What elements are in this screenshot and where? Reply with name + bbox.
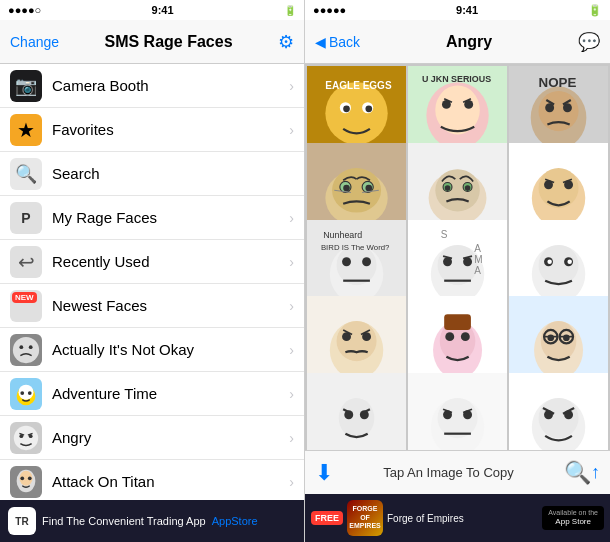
svg-point-44 [343, 185, 350, 192]
back-button[interactable]: ◀ Back [315, 34, 360, 50]
svg-point-5 [20, 391, 24, 395]
chevron-icon: › [289, 122, 294, 138]
svg-point-41 [332, 168, 381, 213]
svg-point-62 [342, 257, 351, 266]
svg-point-100 [563, 335, 570, 342]
app-store-label: App Store [555, 517, 591, 527]
battery-right: 🔋 [588, 4, 602, 17]
meme-grid: EAGLE EGGS U JKN SERIOUS [305, 64, 610, 450]
angry-icon [10, 422, 42, 454]
svg-text:BIRD IS The Word?: BIRD IS The Word? [321, 242, 390, 251]
menu-item-actually-not-okay[interactable]: Actually It's Not Okay › [0, 328, 304, 372]
menu-item-newest-faces[interactable]: NEW Newest Faces › [0, 284, 304, 328]
angry-label: Angry [52, 429, 289, 446]
svg-point-83 [567, 259, 571, 263]
available-on-label: Available on the [548, 508, 598, 517]
svg-text:S: S [441, 229, 448, 240]
gear-icon[interactable]: ⚙ [278, 31, 294, 53]
attack-on-titan-label: Attack On Titan [52, 473, 289, 490]
bottom-toolbar: ⬇ Tap An Image To Copy 🔍 ↑ [305, 450, 610, 494]
chevron-icon: › [289, 210, 294, 226]
meme-rage-face[interactable] [509, 373, 608, 450]
svg-point-24 [341, 120, 372, 138]
my-rage-icon: P [10, 202, 42, 234]
menu-item-camera-booth[interactable]: 📷 Camera Booth › [0, 64, 304, 108]
svg-point-82 [547, 259, 551, 263]
chevron-icon: › [289, 430, 294, 446]
back-arrow-icon: ◀ [315, 34, 326, 50]
back-label: Back [329, 34, 360, 50]
right-nav-title: Angry [446, 33, 492, 51]
ad-icon-left: TR [8, 507, 36, 535]
change-button[interactable]: Change [10, 34, 59, 50]
svg-text:Nunheard: Nunheard [323, 230, 362, 240]
menu-item-search[interactable]: 🔍 Search [0, 152, 304, 196]
svg-text:NOPE: NOPE [538, 75, 576, 90]
newest-icon: NEW [10, 290, 42, 322]
left-ad-banner[interactable]: TR Find The Convenient Trading App AppSt… [0, 500, 304, 542]
chevron-icon: › [289, 78, 294, 94]
adventure-time-label: Adventure Time [52, 385, 289, 402]
right-ad-banner[interactable]: FREE FORGE OF EMPIRES Forge of Empires A… [305, 494, 610, 542]
time-left: 9:41 [152, 4, 174, 16]
chevron-icon: › [289, 342, 294, 358]
nav-bar-left: Change SMS Rage Faces ⚙ [0, 20, 304, 64]
appstore-badge[interactable]: Available on the App Store [542, 506, 604, 529]
left-nav-title: SMS Rage Faces [104, 33, 232, 51]
chevron-icon: › [289, 474, 294, 490]
new-badge: NEW [12, 292, 37, 303]
menu-item-attack-on-titan[interactable]: Attack On Titan › [0, 460, 304, 500]
game-name: FORGE OF EMPIRES [347, 505, 383, 530]
svg-point-23 [365, 105, 372, 112]
chevron-icon: › [289, 386, 294, 402]
svg-text:A: A [474, 242, 481, 253]
appstore-link-left[interactable]: AppStore [212, 515, 258, 527]
nav-bar-right: ◀ Back Angry 💬 [305, 20, 610, 64]
menu-item-recently-used[interactable]: ↩ Recently Used › [0, 240, 304, 284]
svg-point-49 [435, 169, 480, 211]
signal-left: ●●●●○ [8, 4, 41, 16]
menu-item-my-rage-faces[interactable]: P My Rage Faces › [0, 196, 304, 240]
tap-to-copy-text: Tap An Image To Copy [333, 465, 564, 480]
menu-item-favorites[interactable]: ★ Favorites › [0, 108, 304, 152]
camera-booth-label: Camera Booth [52, 77, 289, 94]
adventure-icon [10, 378, 42, 410]
svg-text:U JKN SERIOUS: U JKN SERIOUS [422, 74, 491, 84]
search-icon: 🔍 [10, 158, 42, 190]
not-okay-icon [10, 334, 42, 366]
status-bar-right: ●●●●● 9:41 🔋 [305, 0, 610, 20]
svg-point-34 [538, 91, 578, 131]
svg-point-0 [13, 336, 39, 362]
titan-icon [10, 466, 42, 498]
message-icon[interactable]: 💬 [578, 31, 600, 53]
svg-text:EAGLE EGGS: EAGLE EGGS [325, 80, 392, 91]
menu-item-angry[interactable]: Angry › [0, 416, 304, 460]
battery-left: 🔋 [284, 5, 296, 16]
actually-not-okay-label: Actually It's Not Okay [52, 341, 289, 358]
svg-point-85 [336, 321, 376, 361]
star-icon: ★ [10, 114, 42, 146]
free-badge: FREE [311, 511, 343, 525]
camera-icon: 📷 [10, 70, 42, 102]
forge-empires-logo: FORGE OF EMPIRES [347, 500, 383, 536]
svg-point-2 [29, 345, 33, 349]
svg-point-55 [538, 168, 578, 208]
chevron-icon: › [289, 254, 294, 270]
ad-game-text: Forge of Empires [387, 513, 538, 524]
svg-point-104 [339, 398, 375, 438]
svg-point-7 [14, 425, 38, 449]
download-icon[interactable]: ⬇ [315, 460, 333, 486]
time-right: 9:41 [456, 4, 478, 16]
menu-item-adventure-time[interactable]: Adventure Time › [0, 372, 304, 416]
search-icon-toolbar[interactable]: 🔍 [564, 460, 591, 486]
meme-poker-face[interactable] [408, 373, 507, 450]
svg-point-117 [538, 398, 578, 438]
svg-point-93 [461, 333, 470, 342]
meme-fuck[interactable]: Fuck [307, 373, 406, 450]
menu-list: 📷 Camera Booth › ★ Favorites › 🔍 Search … [0, 64, 304, 500]
share-icon[interactable]: ↑ [591, 462, 600, 483]
favorites-label: Favorites [52, 121, 289, 138]
svg-point-14 [20, 476, 24, 480]
signal-right: ●●●●● [313, 4, 346, 16]
search-label: Search [52, 165, 294, 182]
